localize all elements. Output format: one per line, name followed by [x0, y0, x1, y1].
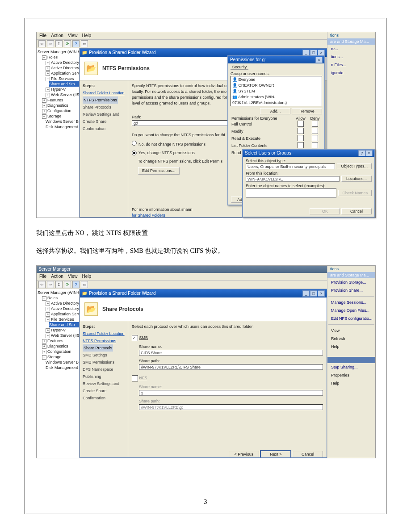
- footer-link[interactable]: for Shared Folders: [132, 213, 165, 218]
- menu-help[interactable]: Help: [82, 273, 91, 280]
- action-item[interactable]: Edit NFS configuratio...: [327, 314, 375, 323]
- screenshot-share-protocols: Server Manager_□× File Action View Help …: [36, 265, 376, 458]
- actions-frag: tions: [327, 266, 375, 272]
- step-link[interactable]: NTFS Permissions: [83, 337, 125, 344]
- action-item[interactable]: Provision Share...: [327, 286, 375, 294]
- location-field: WIN-97JK1VLL2RE: [246, 176, 340, 182]
- folder-icon: 📁: [82, 289, 87, 297]
- action-item[interactable]: Manage Sessions...: [327, 298, 375, 306]
- action-item[interactable]: Properties: [327, 371, 375, 379]
- action-item[interactable]: View: [327, 327, 375, 335]
- edit-permissions-button[interactable]: Edit Permissions...: [138, 167, 180, 175]
- wizard-heading: Share Protocols: [102, 306, 143, 312]
- action-item[interactable]: Help: [327, 343, 375, 351]
- menu-action[interactable]: Action: [51, 273, 63, 280]
- smb-path-label: Share path:: [139, 358, 323, 364]
- wizard-title: Provision a Shared Folder Wizard: [89, 49, 156, 57]
- menu-file[interactable]: File: [39, 32, 46, 39]
- users-listbox[interactable]: 👤 Everyone 👤 CREATOR OWNER 👤 SYSTEM 👥 Ad…: [231, 76, 322, 106]
- perm-row: Full Control: [231, 121, 294, 128]
- list-item[interactable]: 👥 Administrators (WIN-97JK1VLL2RE\Admini…: [232, 94, 320, 106]
- properties-icon[interactable]: ▭: [81, 40, 88, 47]
- tree-root[interactable]: Server Manager (WIN-97: [38, 290, 79, 295]
- menu-view[interactable]: View: [68, 273, 78, 280]
- list-item[interactable]: 👤 Everyone: [232, 77, 320, 83]
- list-item[interactable]: 👥 Users (WIN-97JK1VLL2RE\Users): [232, 106, 320, 106]
- nav-tree[interactable]: Server Manager (WIN-97 −Roles +Active Di…: [37, 48, 80, 218]
- maximize-icon[interactable]: □: [310, 50, 317, 56]
- cancel-button[interactable]: Cancel: [341, 208, 372, 214]
- close-icon[interactable]: ×: [365, 150, 373, 156]
- action-item[interactable]: tions...: [327, 53, 375, 61]
- list-item[interactable]: 👤 CREATOR OWNER: [232, 83, 320, 88]
- add-button[interactable]: Add...: [260, 108, 290, 114]
- list-item[interactable]: 👤 SYSTEM: [232, 88, 320, 94]
- refresh-icon[interactable]: ⟳: [64, 281, 71, 288]
- screenshot-ntfs-permissions: File Action View Help ⇦ ⇨ ↥ ⟳ ? ▭ Server…: [36, 32, 376, 218]
- action-item[interactable]: Provision Storage...: [327, 278, 375, 286]
- perm-header: Permissions for Everyone: [231, 116, 294, 121]
- close-icon[interactable]: ×: [315, 57, 323, 63]
- action-item[interactable]: n Files...: [327, 61, 375, 69]
- step-link[interactable]: Shared Folder Location: [83, 330, 125, 337]
- security-tab[interactable]: Security: [231, 65, 248, 70]
- remove-button[interactable]: Remove: [292, 108, 322, 114]
- back-icon[interactable]: ⇦: [38, 40, 46, 47]
- action-item[interactable]: igurato...: [327, 69, 375, 77]
- location-label: From this location:: [246, 171, 372, 176]
- wizard-steps: Steps: Shared Folder Location NTFS Permi…: [80, 321, 128, 458]
- maximize-icon[interactable]: □: [310, 290, 317, 297]
- wizard-window: 📁Provision a Shared Folder Wizard _□× 📂S…: [80, 289, 327, 458]
- menu-help[interactable]: Help: [82, 32, 91, 39]
- deny-checkbox[interactable]: [312, 121, 318, 127]
- action-item[interactable]: Refresh: [327, 335, 375, 343]
- minimize-icon[interactable]: _: [302, 50, 310, 56]
- smb-checkbox[interactable]: ✓ SMB: [132, 335, 323, 341]
- object-type-field: Users, Groups, or Built-in security prin…: [246, 163, 335, 169]
- minimize-icon[interactable]: _: [302, 290, 310, 297]
- action-item[interactable]: Stop Sharing...: [327, 363, 375, 371]
- nfs-path-field: \\WIN-97JK1VLL2RE\g:: [139, 404, 323, 410]
- smb-share-input[interactable]: CIFS Share: [139, 350, 323, 356]
- menu-view[interactable]: View: [68, 32, 78, 39]
- properties-icon[interactable]: ▭: [81, 281, 88, 288]
- next-button[interactable]: Next >: [260, 450, 291, 458]
- body-paragraph-1: 我们这里点击 NO， 跳过 NTFS 权限设置: [36, 228, 375, 239]
- names-label: Enter the object names to select (exampl…: [246, 184, 372, 188]
- up-icon[interactable]: ↥: [55, 281, 63, 288]
- object-type-label: Select this object type:: [246, 159, 372, 163]
- wizard-heading: NTFS Permissions: [102, 65, 150, 71]
- forward-icon[interactable]: ⇨: [47, 281, 54, 288]
- step-link[interactable]: Shared Folder Location: [83, 89, 125, 96]
- names-input[interactable]: [246, 188, 336, 198]
- back-icon[interactable]: ⇦: [38, 281, 46, 288]
- help-icon[interactable]: ?: [72, 281, 80, 288]
- step-link: Review Settings and Create Share: [83, 111, 125, 125]
- action-item[interactable]: re...: [327, 45, 375, 53]
- menu-file[interactable]: File: [39, 273, 46, 280]
- check-names-button[interactable]: Check Names: [338, 190, 372, 196]
- help-icon[interactable]: ?: [358, 150, 365, 156]
- help-icon[interactable]: ?: [72, 40, 80, 47]
- action-item[interactable]: Manage Open Files...: [327, 306, 375, 314]
- tree-root[interactable]: Server Manager (WIN-97: [38, 49, 79, 54]
- wizard-folder-icon: 📂: [84, 302, 98, 316]
- refresh-icon[interactable]: ⟳: [64, 40, 71, 47]
- tree-item-selected[interactable]: Share and Sto: [49, 81, 79, 87]
- up-icon[interactable]: ↥: [55, 40, 63, 47]
- menu-action[interactable]: Action: [51, 32, 63, 39]
- close-icon[interactable]: ×: [318, 290, 325, 297]
- folder-icon: 📁: [82, 49, 87, 57]
- object-types-button[interactable]: Object Types...: [337, 163, 372, 169]
- action-item[interactable]: Help: [327, 379, 375, 387]
- ok-button[interactable]: OK: [310, 208, 340, 214]
- previous-button[interactable]: < Previous: [229, 451, 259, 458]
- cancel-button[interactable]: Cancel: [293, 451, 323, 458]
- nav-tree[interactable]: Server Manager (WIN-97 −Roles +Active Di…: [37, 289, 80, 458]
- close-icon[interactable]: ×: [318, 50, 325, 56]
- allow-checkbox[interactable]: [298, 121, 304, 127]
- locations-button[interactable]: Locations...: [341, 176, 372, 182]
- tree-item-selected[interactable]: Share and Sto: [49, 322, 79, 327]
- nfs-checkbox[interactable]: NFS: [132, 375, 323, 381]
- forward-icon[interactable]: ⇨: [47, 40, 54, 47]
